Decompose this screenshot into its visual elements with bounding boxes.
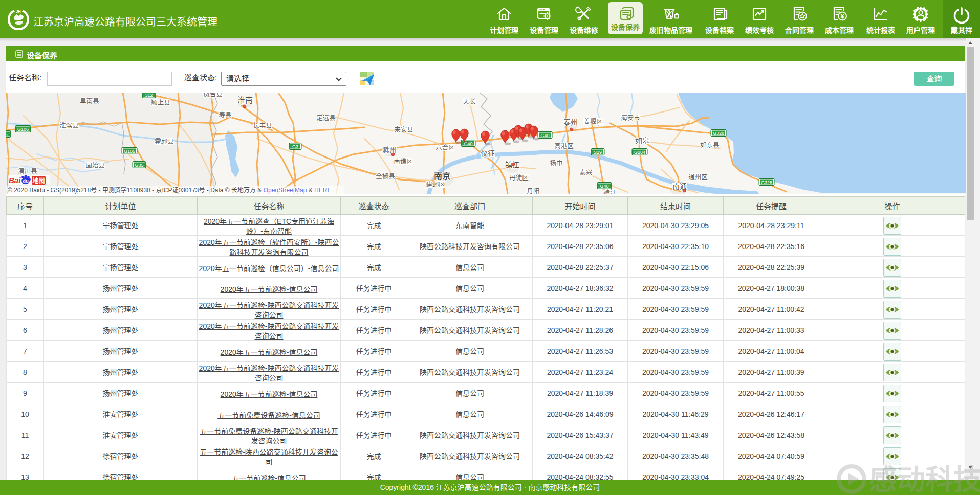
svg-text:海安市: 海安市: [621, 114, 640, 122]
svg-text:靖江: 靖江: [603, 189, 616, 194]
svg-text:高港区: 高港区: [554, 142, 574, 150]
svg-text:南通: 南通: [672, 182, 687, 190]
svg-text:丹阳: 丹阳: [527, 188, 539, 194]
svg-text:霍邱县: 霍邱县: [155, 138, 174, 145]
svg-text:南京: 南京: [434, 171, 450, 181]
svg-text:固始县: 固始县: [85, 162, 105, 169]
svg-text:G40: G40: [600, 184, 608, 189]
svg-text:阜南县: 阜南县: [80, 97, 99, 105]
svg-text:来安县: 来安县: [394, 126, 413, 133]
svg-text:du: du: [23, 178, 29, 184]
svg-text:颍上县: 颍上县: [151, 99, 170, 106]
svg-text:南谯区: 南谯区: [394, 158, 413, 165]
svg-text:G3: G3: [292, 144, 298, 149]
svg-text:泰兴: 泰兴: [579, 169, 592, 176]
svg-text:G204: G204: [634, 150, 645, 155]
svg-text:G328: G328: [761, 180, 772, 185]
svg-text:长丰县: 长丰县: [253, 122, 272, 129]
svg-text:天长: 天长: [463, 98, 476, 105]
svg-text:G35: G35: [135, 163, 143, 168]
svg-text:滁州: 滁州: [382, 146, 397, 154]
svg-text:丹徒区: 丹徒区: [509, 174, 529, 182]
svg-text:潢川县: 潢川县: [18, 168, 37, 175]
svg-text:通州区: 通州区: [688, 174, 708, 181]
svg-text:© 2020 Baidu - GS(2019)5218号 -: © 2020 Baidu - GS(2019)5218号 - 甲测资字11009…: [8, 186, 331, 194]
svg-text:建邺区: 建邺区: [426, 181, 445, 188]
svg-text:六合区: 六合区: [435, 144, 455, 151]
svg-text:地图: 地图: [32, 177, 45, 185]
svg-text:312: 312: [145, 93, 153, 98]
svg-text:凤台县: 凤台县: [203, 93, 223, 98]
svg-text:Bai: Bai: [9, 176, 21, 185]
svg-text:淮南: 淮南: [237, 96, 253, 104]
svg-text:S29: S29: [594, 150, 602, 155]
svg-text:如东县: 如东县: [700, 141, 720, 149]
svg-text:全椒县: 全椒县: [376, 172, 395, 180]
svg-text:G328: G328: [713, 131, 724, 136]
svg-text:仪征: 仪征: [481, 149, 495, 158]
svg-text:扬中: 扬中: [550, 160, 562, 167]
svg-text:JH: JH: [16, 9, 21, 14]
svg-text:G40: G40: [540, 133, 549, 138]
svg-text:姜堰区: 姜堰区: [583, 118, 603, 125]
svg-text:寿县: 寿县: [219, 111, 231, 119]
svg-text:G45: G45: [6, 132, 8, 137]
svg-text:定远县: 定远县: [316, 114, 336, 122]
svg-text:G106: G106: [17, 127, 29, 132]
svg-text:G105: G105: [124, 149, 135, 154]
svg-text:如皋: 如皋: [635, 137, 649, 145]
svg-text:淮滨县: 淮滨县: [59, 122, 79, 129]
svg-text:泰州: 泰州: [563, 118, 578, 126]
